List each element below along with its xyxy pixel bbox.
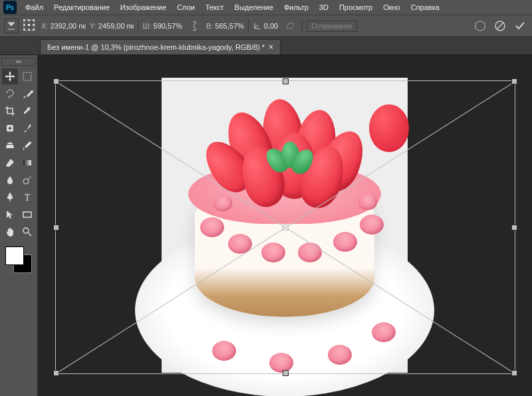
menu-edit[interactable]: Редактирование xyxy=(49,1,115,13)
app-logo: Ps xyxy=(3,0,17,15)
transform-angle[interactable]: 0,00 xyxy=(253,21,278,31)
cream-rosette xyxy=(200,217,224,237)
svg-rect-5 xyxy=(33,19,35,21)
tools-panel: T xyxy=(0,55,38,396)
svg-line-13 xyxy=(497,23,503,29)
transform-angle-value[interactable]: 0,00 xyxy=(264,22,278,30)
svg-point-20 xyxy=(23,228,29,233)
skew-h-field[interactable] xyxy=(282,18,298,34)
foreground-color-swatch[interactable] xyxy=(5,247,24,265)
svg-rect-6 xyxy=(23,24,25,26)
rectangle-tool[interactable] xyxy=(19,207,35,223)
svg-rect-3 xyxy=(23,19,25,21)
options-bar: X: 2392,00 пк Y: 2459,00 пк Ш: 590,57% В… xyxy=(0,15,532,37)
hand-tool[interactable] xyxy=(2,224,18,240)
path-selection-tool[interactable] xyxy=(2,207,18,223)
brush-tool[interactable] xyxy=(19,120,35,136)
menu-layer[interactable]: Слои xyxy=(172,1,200,13)
svg-rect-8 xyxy=(33,24,35,26)
canvas-area[interactable] xyxy=(38,55,532,396)
aspect-link-button[interactable] xyxy=(186,18,202,34)
cream-rosette xyxy=(269,353,293,373)
canvas-image[interactable] xyxy=(162,78,408,373)
menu-file[interactable]: Файл xyxy=(20,1,49,13)
cream-rosette xyxy=(212,341,236,361)
angle-icon xyxy=(253,21,262,31)
document-tab-title: Без имени-1 @ 10,3% (pirozhnoe-krem-klub… xyxy=(47,43,265,51)
lasso-tool[interactable] xyxy=(2,86,18,102)
transform-width[interactable]: Ш: 590,57% xyxy=(142,22,182,30)
transform-x-value[interactable]: 2392,00 пк xyxy=(50,22,86,30)
warp-mode-button[interactable] xyxy=(472,18,488,34)
separator xyxy=(302,19,303,33)
reference-point-picker[interactable] xyxy=(23,19,37,33)
menu-3d[interactable]: 3D xyxy=(314,1,334,13)
transform-handle-mid-left[interactable] xyxy=(53,225,59,231)
menu-window[interactable]: Окно xyxy=(378,1,406,13)
svg-rect-7 xyxy=(28,24,30,26)
crop-tool[interactable] xyxy=(2,103,18,119)
svg-rect-10 xyxy=(28,29,30,31)
tools-expand-handle[interactable] xyxy=(1,58,36,66)
cream-rosette xyxy=(228,234,252,254)
color-swatches[interactable] xyxy=(5,247,32,273)
history-brush-tool[interactable] xyxy=(19,138,35,153)
commit-transform-button[interactable] xyxy=(512,18,528,34)
mint-garnish xyxy=(268,144,315,174)
transform-handle-bottom-right[interactable] xyxy=(511,370,517,376)
spot-heal-tool[interactable] xyxy=(2,120,18,136)
transform-x[interactable]: X: 2392,00 пк xyxy=(41,22,86,30)
transform-handle-bottom-left[interactable] xyxy=(53,370,59,376)
menu-view[interactable]: Просмотр xyxy=(334,1,378,13)
transform-handle-top-right[interactable] xyxy=(511,78,517,84)
svg-rect-11 xyxy=(33,29,35,31)
workspace: T xyxy=(0,55,532,396)
menu-bar: Ps Файл Редактирование Изображение Слои … xyxy=(0,0,532,15)
cancel-transform-button[interactable] xyxy=(492,18,508,34)
menu-text[interactable]: Текст xyxy=(200,1,229,13)
transform-h-value[interactable]: 565,57% xyxy=(215,22,243,30)
cream-rosette xyxy=(372,322,396,342)
transform-y[interactable]: Y: 2459,00 пк xyxy=(90,22,134,30)
svg-rect-9 xyxy=(23,29,25,31)
cream-rosette xyxy=(333,232,357,252)
close-tab-button[interactable]: × xyxy=(269,43,273,52)
transform-x-label: X: xyxy=(41,22,48,30)
separator xyxy=(248,19,249,33)
separator xyxy=(138,19,138,33)
clone-stamp-tool[interactable] xyxy=(2,138,18,153)
menu-filter[interactable]: Фильтр xyxy=(279,1,314,13)
transform-h-label: В: xyxy=(206,22,213,30)
transform-height[interactable]: В: 565,57% xyxy=(206,22,244,30)
pen-tool[interactable] xyxy=(2,189,18,205)
cream-rosette xyxy=(261,243,285,262)
eyedropper-tool[interactable] xyxy=(19,103,35,119)
eraser-tool[interactable] xyxy=(2,155,18,171)
svg-rect-19 xyxy=(23,212,31,217)
background-strawberry xyxy=(369,104,409,152)
cream-rosette xyxy=(328,345,352,365)
svg-point-17 xyxy=(23,179,29,184)
transform-handle-top-left[interactable] xyxy=(53,78,59,84)
svg-rect-14 xyxy=(23,72,31,80)
zoom-tool[interactable] xyxy=(19,224,35,240)
interpolation-dropdown[interactable]: Сглаживание xyxy=(307,21,357,32)
dodge-tool[interactable] xyxy=(19,172,35,188)
tool-preset-picker[interactable] xyxy=(4,19,19,33)
document-tab[interactable]: Без имени-1 @ 10,3% (pirozhnoe-krem-klub… xyxy=(40,39,281,54)
menu-select[interactable]: Выделение xyxy=(229,1,279,13)
move-tool[interactable] xyxy=(2,68,18,84)
transform-w-value[interactable]: 590,57% xyxy=(154,22,182,30)
gradient-tool[interactable] xyxy=(19,155,35,171)
transform-y-value[interactable]: 2459,00 пк xyxy=(98,22,134,30)
svg-rect-16 xyxy=(23,160,31,165)
menu-help[interactable]: Справка xyxy=(406,1,445,13)
blur-tool[interactable] xyxy=(2,172,18,188)
menu-image[interactable]: Изображение xyxy=(115,1,172,13)
svg-text:T: T xyxy=(25,193,31,203)
transform-handle-mid-right[interactable] xyxy=(511,225,517,231)
rectangular-marquee-tool[interactable] xyxy=(19,68,35,84)
quick-selection-tool[interactable] xyxy=(19,86,35,102)
type-tool[interactable]: T xyxy=(19,189,35,205)
svg-rect-4 xyxy=(28,19,30,21)
